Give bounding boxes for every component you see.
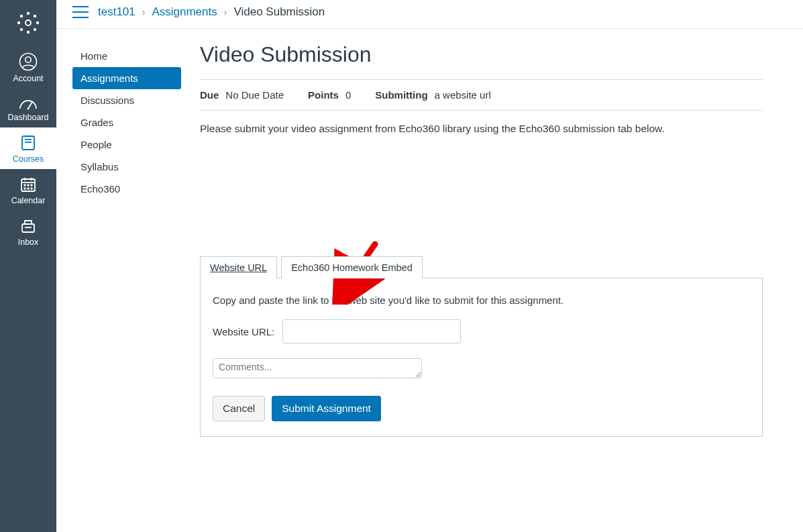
comments-textarea[interactable] <box>213 358 422 378</box>
content-area: Home Assignments Discussions Grades Peop… <box>56 29 803 532</box>
website-url-input[interactable] <box>282 319 461 343</box>
course-nav-home[interactable]: Home <box>72 45 181 67</box>
svg-point-22 <box>31 184 32 186</box>
nav-calendar[interactable]: Calendar <box>0 169 56 211</box>
tab-echo360-embed[interactable]: Echo360 Homework Embed <box>281 256 423 278</box>
canvas-logo-icon <box>0 11 56 35</box>
course-nav: Home Assignments Discussions Grades Peop… <box>72 29 189 532</box>
svg-point-6 <box>34 15 36 17</box>
submit-assignment-button[interactable]: Submit Assignment <box>272 396 381 421</box>
page-title: Video Submission <box>200 42 763 67</box>
svg-point-0 <box>25 20 31 25</box>
course-nav-assignments[interactable]: Assignments <box>72 67 181 89</box>
svg-point-20 <box>24 184 25 186</box>
assignment-meta: Due No Due Date Points 0 Submitting a we… <box>200 89 763 101</box>
top-bar: test101 › Assignments › Video Submission <box>56 0 803 29</box>
breadcrumb-section-link[interactable]: Assignments <box>152 5 217 19</box>
nav-account[interactable]: Account <box>0 46 56 89</box>
svg-point-2 <box>27 31 30 34</box>
submission-tabs: Website URL Echo360 Homework Embed <box>200 256 763 278</box>
submission-panel: Copy and paste the link to the web site … <box>200 278 763 437</box>
website-url-label: Website URL: <box>213 326 274 337</box>
points-label: Points <box>308 89 339 101</box>
due-value: No Due Date <box>225 89 284 101</box>
svg-point-3 <box>17 21 20 24</box>
svg-point-21 <box>28 184 29 186</box>
nav-dashboard-label: Dashboard <box>0 113 56 122</box>
app-body: test101 › Assignments › Video Submission… <box>56 0 803 532</box>
chevron-right-icon: › <box>224 7 227 17</box>
chevron-right-icon: › <box>142 7 146 17</box>
breadcrumb-current: Video Submission <box>233 5 325 19</box>
nav-dashboard[interactable]: Dashboard <box>0 89 56 127</box>
svg-point-7 <box>20 28 23 31</box>
assignment-description: Please submit your video assignment from… <box>200 123 763 135</box>
course-nav-echo360[interactable]: Echo360 <box>72 178 181 200</box>
submitting-label: Submitting <box>375 89 427 101</box>
course-nav-people[interactable]: People <box>72 134 181 156</box>
course-nav-discussions[interactable]: Discussions <box>72 89 181 111</box>
svg-point-10 <box>25 57 31 62</box>
divider <box>200 79 763 80</box>
user-avatar-icon <box>0 52 56 71</box>
nav-logo[interactable] <box>0 0 56 46</box>
nav-courses-label: Courses <box>0 154 56 164</box>
tab-website-url[interactable]: Website URL <box>200 256 277 278</box>
svg-point-5 <box>20 15 23 17</box>
courses-book-icon <box>0 134 56 152</box>
due-label: Due <box>200 89 219 101</box>
svg-point-12 <box>28 108 30 110</box>
nav-account-label: Account <box>0 74 56 83</box>
inbox-icon <box>0 217 56 235</box>
hamburger-menu-icon[interactable] <box>72 6 89 18</box>
svg-point-1 <box>27 12 30 15</box>
svg-line-11 <box>28 102 32 109</box>
breadcrumb-course-link[interactable]: test101 <box>98 5 136 19</box>
cancel-button[interactable]: Cancel <box>213 396 265 421</box>
submission-hint: Copy and paste the link to the web site … <box>213 295 750 306</box>
course-nav-grades[interactable]: Grades <box>72 111 181 134</box>
svg-point-4 <box>36 21 39 24</box>
calendar-icon <box>0 176 56 193</box>
svg-point-25 <box>31 188 32 189</box>
main: Video Submission Due No Due Date Points … <box>189 29 787 532</box>
svg-rect-26 <box>22 224 34 232</box>
points-value: 0 <box>345 89 351 101</box>
course-nav-syllabus[interactable]: Syllabus <box>72 156 181 178</box>
svg-rect-13 <box>22 136 34 150</box>
submitting-value: a website url <box>435 89 491 101</box>
dashboard-icon <box>0 95 56 110</box>
nav-courses[interactable]: Courses <box>0 127 56 169</box>
svg-point-23 <box>24 188 25 189</box>
nav-inbox[interactable]: Inbox <box>0 211 56 252</box>
svg-point-24 <box>28 188 29 189</box>
svg-point-8 <box>34 28 36 31</box>
nav-inbox-label: Inbox <box>0 237 56 247</box>
breadcrumb: test101 › Assignments › Video Submission <box>98 5 325 19</box>
divider <box>200 110 763 111</box>
global-nav-rail: Account Dashboard Courses <box>0 0 56 532</box>
nav-calendar-label: Calendar <box>0 196 56 205</box>
